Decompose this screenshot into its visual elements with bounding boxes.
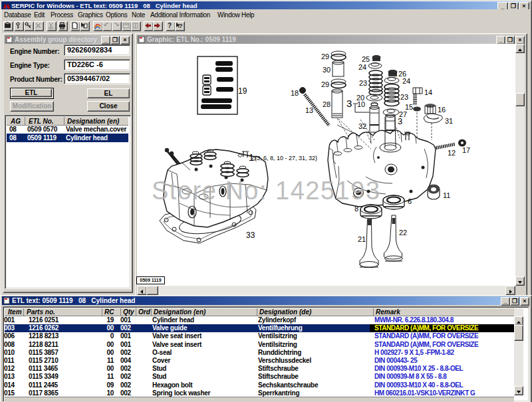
svg-text:13: 13 xyxy=(305,106,313,114)
svg-text:3: 3 xyxy=(398,116,402,126)
svg-text:25: 25 xyxy=(362,55,370,63)
svg-text:18: 18 xyxy=(291,89,299,97)
svg-text:24: 24 xyxy=(402,77,410,85)
svg-text:22: 22 xyxy=(399,229,407,237)
svg-text:21: 21 xyxy=(358,235,366,243)
svg-text:16: 16 xyxy=(438,106,446,114)
svg-text:31: 31 xyxy=(445,117,453,125)
svg-text:1: 1 xyxy=(249,152,254,163)
svg-text:12: 12 xyxy=(448,149,456,157)
svg-text:3: 3 xyxy=(346,98,352,109)
svg-text:8: 8 xyxy=(354,205,358,213)
svg-text:23: 23 xyxy=(400,93,408,101)
svg-text:32: 32 xyxy=(358,122,366,130)
svg-text:29: 29 xyxy=(321,52,329,60)
svg-text:24: 24 xyxy=(358,63,366,71)
svg-text:29: 29 xyxy=(321,80,329,88)
svg-text:30: 30 xyxy=(323,66,331,74)
svg-text:?: ? xyxy=(179,23,183,29)
svg-text:17: 17 xyxy=(462,146,470,154)
svg-text:28: 28 xyxy=(323,100,331,108)
svg-text:14: 14 xyxy=(424,88,432,96)
svg-text:33: 33 xyxy=(246,231,255,240)
svg-text:19: 19 xyxy=(238,86,247,96)
svg-text:23: 23 xyxy=(359,79,367,87)
svg-text:(3, 6, 8, 10 - 27, 31, 32): (3, 6, 8, 10 - 27, 31, 32) xyxy=(255,155,317,161)
svg-text:?: ? xyxy=(168,22,172,29)
svg-text:15: 15 xyxy=(405,103,413,111)
svg-text:10: 10 xyxy=(357,100,365,108)
